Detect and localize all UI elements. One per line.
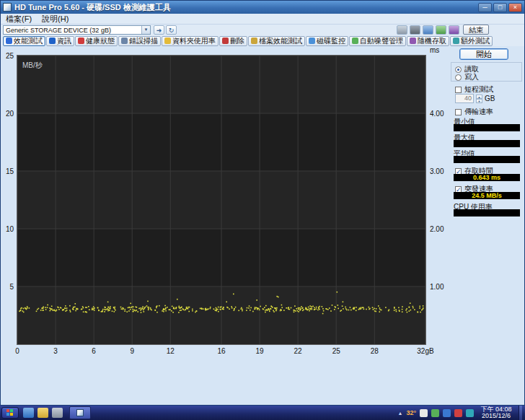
x-tick: 28 [363,347,386,355]
right-axis-unit: ms [430,46,439,54]
tab-aam[interactable]: 自動噪聲管理 [349,36,406,46]
menu-help[interactable]: 說明(H) [37,14,74,25]
y-left-tick: 5 [1,283,14,291]
copy-icon[interactable] [410,25,420,35]
volume-icon[interactable] [454,409,462,417]
toolbar: Generic STORAGE DEVICE (32 gB) ▼ ➜ ↻ 結束 [1,25,524,35]
tab-health[interactable]: 健康狀態 [75,36,118,46]
info-icon [49,38,56,44]
rescan-icon[interactable]: ↻ [166,25,177,35]
tab-label: 健康狀態 [86,36,115,46]
burst-rate-value: 24.5 MB/s [454,192,520,199]
screenshot-icon[interactable] [397,25,407,35]
write-radio-label: 寫入 [464,72,479,82]
system-tray: ▲ 32° 下午 04:08 2015/12/6 [397,406,525,420]
tray-temperature[interactable]: 32° [406,409,416,416]
show-hidden-icons[interactable]: ▲ [397,411,402,416]
taskbar-clock[interactable]: 下午 04:08 2015/12/6 [477,406,515,419]
tab-extra-tests[interactable]: 額外測試 [450,36,493,46]
network-icon[interactable] [466,409,474,417]
taskbar-hdtune-button[interactable] [69,406,91,419]
transfer-rate-checkbox[interactable]: 傳輸速率 [455,107,493,117]
browser-icon[interactable] [23,408,34,418]
aam-icon [352,38,358,44]
min-value [454,124,520,131]
x-tick: 25 [325,347,348,355]
tab-benchmark[interactable]: 效能測試 [3,36,45,46]
benchmark-options-panel: 開始 讀取 寫入 短程測試 40 ▲ [448,46,525,367]
tab-label: 錯誤掃描 [129,36,158,46]
start-button-taskbar[interactable] [1,407,19,419]
file-benchmark-icon [251,38,257,44]
random-access-icon [410,38,416,44]
tab-disk-monitor[interactable]: 磁碟監控 [306,36,348,46]
tab-label: 隨機存取 [418,36,446,46]
tabstrip: 效能測試 資訊 健康狀態 錯誤掃描 資料夾使用率 刪除 檔案效能測試 磁碟監控 … [1,35,524,46]
antivirus-icon[interactable] [431,409,439,417]
taskbar: ▲ 32° 下午 04:08 2015/12/6 [0,406,525,420]
minimize-button[interactable]: ─ [478,3,492,12]
error-scan-icon [121,38,128,44]
explorer-icon[interactable] [38,408,48,418]
tab-label: 磁碟監控 [317,36,345,46]
refresh-icon[interactable]: ➜ [154,25,164,35]
max-value [454,140,520,147]
x-tick: 16 [210,347,233,355]
y-right-tick: 2.00 [430,225,450,233]
y-left-tick: 25 [1,52,14,60]
transfer-rate-label: 傳輸速率 [464,107,493,117]
tab-error-scan[interactable]: 錯誤掃描 [118,36,161,46]
y-left-tick: 15 [1,167,14,175]
media-player-icon[interactable] [52,408,63,418]
x-tick: 3 [44,347,67,355]
folder-usage-icon [164,38,171,44]
desktop: HD Tune Pro 5.60 - 硬碟/SSD 檢測維護工具 ─ □ × 檔… [0,0,525,420]
chart-canvas [17,56,425,344]
avg-value [454,156,520,163]
capacity-input[interactable]: 40 [455,94,474,103]
window-title: HD Tune Pro 5.60 - 硬碟/SSD 檢測維護工具 [14,2,478,13]
upload-icon[interactable] [449,25,459,35]
stepper-down-icon[interactable]: ▼ [476,99,482,103]
y-left-tick: 20 [1,110,14,118]
capacity-stepper[interactable]: 40 ▲ ▼ GB [455,94,495,103]
tab-folder-usage[interactable]: 資料夾使用率 [162,36,219,46]
maximize-button[interactable]: □ [493,3,507,12]
settings-icon[interactable] [436,25,446,35]
exit-button[interactable]: 結束 [463,25,489,35]
short-stroke-checkbox[interactable]: 短程測試 [455,84,493,95]
update-icon[interactable] [443,409,451,417]
titlebar[interactable]: HD Tune Pro 5.60 - 硬碟/SSD 檢測維護工具 ─ □ × [1,1,524,14]
start-button[interactable]: 開始 [459,48,508,60]
x-tick: 0 [6,347,29,355]
short-stroke-label: 短程測試 [464,84,493,95]
dropdown-arrow-icon: ▼ [141,26,150,34]
plot-area [17,55,426,345]
checkbox-unchecked-icon [455,87,462,93]
close-button[interactable]: × [508,3,522,12]
tab-random-access[interactable]: 隨機存取 [407,36,449,46]
x-tick: 22 [286,347,309,355]
write-radio[interactable]: 寫入 [455,72,479,82]
capacity-unit-label: GB [485,95,495,102]
tab-info[interactable]: 資訊 [46,36,74,46]
app-icon [3,3,12,12]
stepper-arrows[interactable]: ▲ ▼ [476,95,482,103]
menu-file[interactable]: 檔案(F) [1,14,37,25]
tab-label: 資訊 [57,36,71,46]
benchmark-chart: 510152025036912161922252832gB1.002.003.0… [1,46,448,367]
y-right-tick: 4.00 [430,110,450,118]
tab-label: 效能測試 [14,36,43,46]
device-select[interactable]: Generic STORAGE DEVICE (32 gB) ▼ [3,25,151,35]
y-right-tick: 3.00 [430,167,450,175]
hdtune-taskbar-icon [76,409,84,416]
x-tick: 32gB [414,347,437,355]
tab-erase[interactable]: 刪除 [219,36,247,46]
radio-unselected-icon [455,74,462,81]
left-axis-unit: MB/秒 [22,61,43,71]
show-desktop-button[interactable] [519,406,522,420]
tab-file-benchmark[interactable]: 檔案效能測試 [248,36,305,46]
tab-label: 資料夾使用率 [172,36,216,46]
ime-icon[interactable] [420,409,428,417]
save-icon[interactable] [423,25,433,35]
